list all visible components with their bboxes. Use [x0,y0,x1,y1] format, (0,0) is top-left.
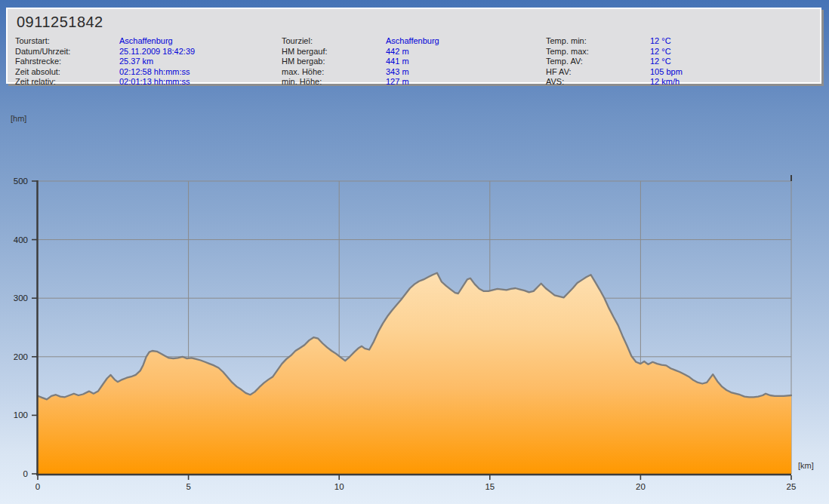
elevation-area-fill [38,273,791,474]
x-tick-label: 10 [334,482,344,491]
y-tick-label: 300 [14,293,28,303]
x-tick-label: 15 [485,482,495,491]
y-tick-label: 500 [14,177,28,186]
y-tick-label: 400 [14,235,28,244]
elevation-area-layer [38,273,791,474]
x-tick-label: 0 [35,482,40,491]
x-tick-label: 20 [636,482,646,491]
y-tick-label: 0 [23,469,28,478]
x-tick-label: 25 [787,482,797,491]
y-tick-label: 200 [14,352,28,361]
tour-report-page: { "header": { "title": "0911251842", "st… [0,0,829,504]
elevation-profile-chart: 01002003004005000510152025 [0,0,829,504]
x-tick-label: 5 [186,482,190,491]
y-tick-label: 100 [14,410,28,419]
